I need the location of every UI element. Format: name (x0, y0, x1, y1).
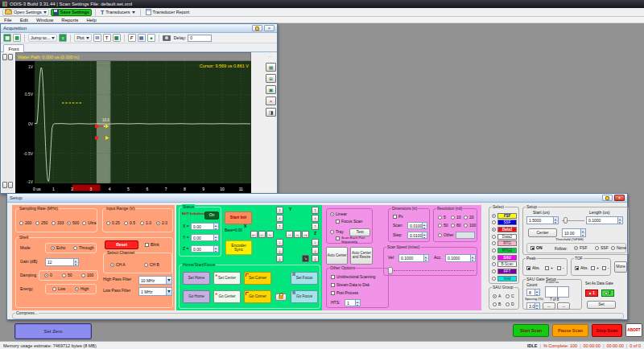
menu-edit[interactable]: Edit (20, 18, 28, 23)
center-button[interactable]: Center (528, 228, 557, 237)
tab-front[interactable]: Front (3, 44, 24, 52)
go-corner-button[interactable]: Go Corner (244, 290, 271, 303)
damping-50[interactable]: 50 (62, 273, 72, 278)
range-10[interactable]: 1.0 (140, 221, 151, 226)
select-item-fft[interactable]: FFT (492, 269, 517, 275)
jog-x-minus-fast-icon[interactable]: ← (250, 231, 258, 238)
jog-z-minus-fast-icon[interactable]: ↓ (312, 255, 319, 262)
spacing-field[interactable]: 3.0 (526, 302, 540, 310)
select-item-data2[interactable]: Data2 (492, 233, 517, 240)
hts-field[interactable]: 1 (345, 299, 361, 306)
gain-field[interactable]: 12 (45, 258, 79, 266)
next-gate-button[interactable]: → (557, 302, 570, 310)
save-settings-button[interactable]: Save Settings (51, 9, 92, 16)
lpf-dropdown[interactable]: 1 MHz (138, 287, 172, 296)
jog-x-plus-fast-icon[interactable]: → (302, 231, 309, 238)
res-10[interactable]: 10 (451, 216, 461, 220)
stop-scan-button[interactable]: Stop Scan (592, 324, 622, 337)
fit-view-icon[interactable]: ▣ (266, 85, 276, 94)
damping-100[interactable]: 100 (81, 273, 93, 278)
sau-group-c[interactable]: C (506, 294, 514, 299)
auto-center-resize-button[interactable]: Auto Center and Resize (350, 247, 373, 265)
tray-radio[interactable]: Tray (330, 230, 344, 235)
menu-file[interactable]: File (4, 18, 12, 23)
select-item-fsf[interactable]: FSF (492, 212, 517, 219)
tof-abs-checkbox[interactable]: Abs. (575, 266, 588, 271)
export-icon[interactable]: ◨ (266, 108, 276, 117)
range-05[interactable]: 0.5 (124, 221, 135, 226)
select-item-rtg2[interactable]: RTG2 (492, 248, 517, 254)
sau-group-a[interactable]: A (493, 294, 501, 299)
sampling-200[interactable]: 200 (19, 221, 31, 226)
jog-z-plus-fast-icon[interactable]: ↑ (312, 207, 319, 214)
sampling-500[interactable]: 500 (67, 221, 79, 226)
select-item-void[interactable]: Void (492, 275, 517, 281)
lock-button[interactable] (275, 294, 287, 301)
post-process-checkbox[interactable]: Post Process (331, 291, 358, 295)
tof-plus-checkbox[interactable]: + (591, 266, 599, 271)
scroll-right-button[interactable] (8, 182, 13, 188)
reset-button[interactable]: Reset (105, 240, 138, 249)
jump-to-button[interactable]: Jump to... (28, 34, 57, 42)
res-other-field[interactable] (456, 232, 475, 239)
set-focus-button[interactable]: ⊠Set Focus (291, 272, 318, 285)
jog-x-minus-slow-icon[interactable]: ← (266, 231, 274, 238)
x-position-field[interactable]: 0.00 (191, 223, 219, 230)
res-80[interactable]: 80 (451, 224, 461, 228)
z-position-field[interactable]: 0.00 (191, 245, 219, 253)
blink-checkbox[interactable]: Blink (145, 243, 159, 248)
gate2-start-marker[interactable] (95, 137, 98, 140)
energy-high[interactable]: High (75, 287, 89, 292)
histogram-icon[interactable]: ‖‖ (93, 34, 101, 42)
camera-icon[interactable] (163, 35, 171, 41)
speed-slider-handle[interactable] (388, 267, 393, 274)
res-50[interactable]: 50 (438, 224, 448, 228)
gate-start-field[interactable]: 1.5000 (526, 216, 559, 224)
linear-radio[interactable]: Linear (330, 212, 347, 217)
layers-icon[interactable]: ≡ (59, 34, 67, 42)
acquisition-title-bar[interactable]: Acquisition × (1, 24, 277, 33)
focus-scan-checkbox[interactable]: Focus Scan (336, 220, 362, 224)
res-100[interactable]: 100 (464, 224, 476, 228)
acceleration-field[interactable]: 0.1000 (445, 254, 476, 262)
go-home-button[interactable]: Go Home (183, 290, 210, 303)
transducer-report-button[interactable]: Transducer Report (144, 9, 192, 16)
select-item-sau[interactable]: SAU (492, 254, 517, 261)
gate-cell[interactable] (545, 286, 558, 298)
jog-x-plus-med-icon[interactable]: → (294, 231, 301, 238)
prev-gate-button[interactable]: ← (543, 302, 555, 310)
compress-group[interactable]: Compress... (12, 313, 624, 319)
jog-y-minus-slow-icon[interactable]: ↓ (276, 239, 283, 246)
scroll-left-button[interactable] (2, 54, 7, 60)
title-bar[interactable]: ODIS-3 Build 3.31.44 | Scan Settings Fil… (0, 0, 644, 8)
menu-window[interactable]: Window (36, 18, 53, 23)
jog-z-minus-slow-icon[interactable]: ↓ (312, 239, 319, 246)
jog-z-minus-med-icon[interactable]: ↓ (312, 247, 319, 254)
sampling-ultra[interactable]: Ultra (82, 221, 97, 226)
start-scan-button[interactable]: Start Scan (513, 324, 549, 337)
jog-z-plus-med-icon[interactable]: ↑ (312, 215, 319, 222)
text-cursor-icon[interactable]: T (103, 34, 111, 42)
sau-group-b[interactable]: B (493, 302, 501, 307)
stream-to-disk-checkbox[interactable]: Stream Data to Disk (331, 283, 369, 287)
velocity-field[interactable]: 0.1000 (398, 254, 429, 262)
y-position-field[interactable]: 0.00 (191, 234, 219, 241)
gate-cell[interactable] (558, 286, 570, 298)
gate-band[interactable] (97, 61, 110, 183)
peak-plus-checkbox[interactable]: + (545, 266, 553, 271)
setup-title-bar[interactable]: Setup × (7, 194, 627, 203)
tof-minus-checkbox[interactable]: - (602, 266, 609, 271)
pin-button[interactable] (252, 25, 262, 31)
px-checkbox[interactable]: Px (393, 215, 403, 220)
fft-icon[interactable]: F (128, 34, 136, 42)
grid-small-icon[interactable]: ▦ (113, 34, 121, 42)
data-gate-1[interactable]: 1 (585, 289, 598, 297)
sampling-333[interactable]: 333 (52, 221, 64, 226)
follow-none[interactable]: None (611, 246, 626, 251)
on-button[interactable]: On (204, 211, 219, 220)
hpf-dropdown[interactable]: 10 MHz (138, 276, 172, 285)
damping-0[interactable]: 0 (44, 273, 52, 278)
data-gate-2[interactable]: 2 (601, 289, 614, 297)
select-region-icon[interactable]: ▩ (13, 34, 21, 42)
zoom-in-icon[interactable]: ▦ (266, 63, 276, 72)
